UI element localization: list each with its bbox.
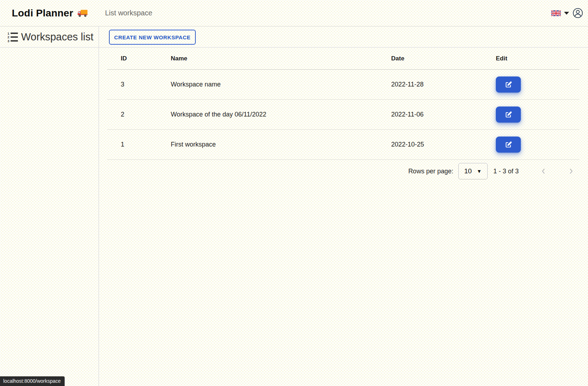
- table-row: 3 Workspace name 2022-11-28: [107, 70, 579, 100]
- cell-date: 2022-11-06: [391, 111, 496, 118]
- brand-title: Lodi Planner: [12, 8, 73, 19]
- section-title: Workspaces list: [21, 31, 94, 43]
- edit-workspace-button[interactable]: [496, 76, 521, 93]
- rows-per-page-value: 10: [464, 167, 472, 175]
- header-right: [551, 8, 588, 18]
- cell-id: 3: [121, 81, 171, 88]
- caret-down-icon: ▼: [477, 168, 482, 174]
- cell-id: 2: [121, 111, 171, 118]
- table-row: 2 Workspace of the day 06/11/2022 2022-1…: [107, 100, 579, 130]
- language-switcher[interactable]: [551, 10, 569, 16]
- column-header-name: Name: [171, 55, 391, 62]
- previous-page-button[interactable]: [539, 167, 548, 176]
- section-band: 1 2 3 Workspaces list CREATE NEW WORKSPA…: [0, 26, 588, 48]
- column-header-date: Date: [391, 55, 496, 62]
- app-header: Lodi Planner List workspace: [0, 0, 588, 26]
- column-header-edit: Edit: [496, 55, 579, 62]
- chevron-left-icon: [539, 167, 548, 175]
- create-new-workspace-button[interactable]: CREATE NEW WORKSPACE: [109, 30, 196, 45]
- pen-square-icon: [505, 81, 512, 88]
- chevron-right-icon: [567, 167, 575, 175]
- cell-name: Workspace name: [171, 81, 391, 88]
- brand: Lodi Planner: [12, 8, 88, 19]
- table-row: 1 First workspace 2022-10-25: [107, 130, 579, 160]
- cell-name: First workspace: [171, 141, 391, 148]
- svg-text:3: 3: [8, 39, 9, 43]
- cell-name: Workspace of the day 06/11/2022: [171, 111, 391, 118]
- ordered-list-icon: 1 2 3: [7, 31, 18, 43]
- column-header-id: ID: [121, 55, 171, 62]
- next-page-button[interactable]: [567, 167, 576, 176]
- svg-text:2: 2: [8, 35, 9, 39]
- page-title: List workspace: [105, 9, 152, 17]
- pen-square-icon: [505, 111, 512, 118]
- cell-date: 2022-11-28: [391, 81, 496, 88]
- table-header-row: ID Name Date Edit: [107, 48, 579, 70]
- user-circle-icon[interactable]: [573, 8, 583, 18]
- svg-text:1: 1: [8, 31, 9, 35]
- workspaces-table: ID Name Date Edit 3 Workspace name 2022-…: [107, 48, 579, 183]
- sidebar: [0, 48, 99, 386]
- rows-per-page-label: Rows per page:: [408, 168, 453, 175]
- edit-workspace-button[interactable]: [496, 107, 521, 123]
- caret-down-icon: [564, 12, 569, 15]
- section-header: 1 2 3 Workspaces list: [0, 26, 99, 47]
- edit-workspace-button[interactable]: [496, 137, 521, 153]
- rows-per-page-select[interactable]: 10 ▼: [458, 163, 488, 179]
- cell-date: 2022-10-25: [391, 141, 496, 148]
- status-bar-url: localhost:8000/workspace: [0, 376, 65, 386]
- pen-square-icon: [505, 141, 512, 148]
- pagination-bar: Rows per page: 10 ▼ 1 - 3 of 3: [107, 160, 579, 183]
- cell-id: 1: [121, 141, 171, 148]
- uk-flag-icon: [551, 10, 561, 16]
- delivery-truck-icon: [77, 9, 88, 18]
- pagination-range-label: 1 - 3 of 3: [493, 168, 519, 175]
